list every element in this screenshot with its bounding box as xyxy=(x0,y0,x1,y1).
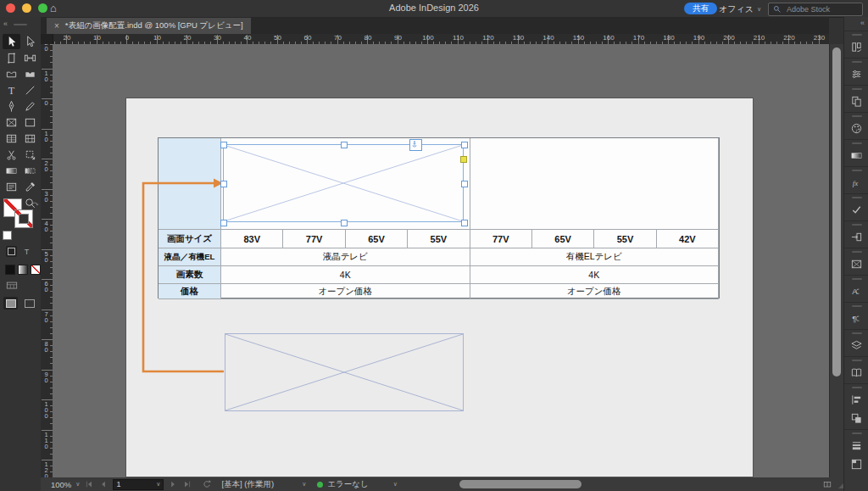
scissors-tool[interactable] xyxy=(3,147,20,162)
drag-grip[interactable] xyxy=(852,197,862,198)
drag-grip[interactable] xyxy=(852,251,862,253)
first-page-button[interactable] xyxy=(84,479,94,489)
last-page-button[interactable] xyxy=(182,479,192,489)
apply-none-button[interactable] xyxy=(31,265,41,275)
anchored-object-badge[interactable] xyxy=(409,139,422,151)
selection-handle[interactable] xyxy=(220,181,227,187)
pencil-tool[interactable] xyxy=(21,98,39,114)
properties-panel-button[interactable] xyxy=(847,64,867,83)
pages-spread-panel-button[interactable] xyxy=(847,363,867,382)
drag-grip[interactable] xyxy=(852,360,862,361)
default-fill-stroke-icon[interactable] xyxy=(3,231,12,240)
horizontal-grid-tool[interactable] xyxy=(3,131,20,146)
drag-grip[interactable] xyxy=(852,88,862,90)
swap-fill-stroke-icon[interactable] xyxy=(31,198,39,213)
horizontal-scroll-thumb[interactable] xyxy=(459,480,581,488)
selection-handle[interactable] xyxy=(220,142,227,148)
page-number-field[interactable]: ∨ xyxy=(113,479,164,490)
gap-tool[interactable] xyxy=(21,50,39,65)
connector-arrow[interactable] xyxy=(53,44,829,477)
zoom-level[interactable]: 100% xyxy=(51,480,71,489)
apply-color-button[interactable] xyxy=(5,265,15,275)
vertical-ruler[interactable]: 2 01 001 02 03 04 05 06 07 08 09 01 0 01… xyxy=(41,44,53,477)
effects-panel-button[interactable]: fx xyxy=(847,173,867,192)
pathfinder-panel-button[interactable] xyxy=(847,409,867,427)
drag-grip[interactable] xyxy=(852,387,862,388)
drag-grip[interactable] xyxy=(852,432,862,434)
gradient-tool[interactable] xyxy=(3,163,20,178)
close-tab-icon[interactable]: × xyxy=(54,21,59,31)
next-page-button[interactable] xyxy=(168,479,178,489)
dock-header[interactable]: « xyxy=(844,17,868,31)
gradient-feather-tool[interactable] xyxy=(21,163,39,178)
preflight-chevron-icon[interactable]: ∨ xyxy=(393,481,398,488)
stroke-panel-panel-button[interactable] xyxy=(847,436,867,455)
page-tool[interactable] xyxy=(3,50,20,65)
pages-panel-button[interactable] xyxy=(847,92,867,110)
share-button[interactable]: 共有 xyxy=(684,3,717,14)
free-transform-tool[interactable] xyxy=(21,147,39,162)
eyedropper-tool[interactable] xyxy=(21,179,39,194)
ruler-origin-box[interactable] xyxy=(41,34,53,44)
selection-handle[interactable] xyxy=(341,220,348,226)
frame-options-panel-button[interactable] xyxy=(847,455,867,473)
preflight-status[interactable]: エラーなし xyxy=(327,479,368,490)
rotate-view-icon[interactable] xyxy=(202,479,212,489)
selection-tool[interactable] xyxy=(3,34,20,49)
previous-page-button[interactable] xyxy=(98,479,108,489)
swatches-panel-button[interactable] xyxy=(847,119,867,137)
layers-panel-button[interactable] xyxy=(847,336,867,354)
drag-grip[interactable] xyxy=(852,34,862,36)
drag-grip[interactable] xyxy=(852,142,862,144)
drag-grip[interactable] xyxy=(852,278,862,280)
formatting-affects-text-button[interactable]: T xyxy=(21,246,32,257)
drag-grip[interactable] xyxy=(852,305,862,307)
type-tool[interactable]: T xyxy=(3,82,20,98)
vertical-scrollbar[interactable] xyxy=(829,44,844,477)
selection-handle[interactable] xyxy=(461,181,468,187)
formatting-affects-container-button[interactable] xyxy=(6,246,17,257)
page-list-chevron-icon[interactable]: ∨ xyxy=(156,481,160,488)
preflight-profile[interactable]: [基本] (作業用) xyxy=(221,479,274,490)
drag-grip[interactable] xyxy=(852,332,862,334)
vertical-grid-tool[interactable] xyxy=(21,131,39,146)
content-placer-tool[interactable] xyxy=(21,66,39,81)
paragraph-styles-panel-button[interactable]: ¶ xyxy=(847,309,867,327)
rectangle-frame-tool[interactable] xyxy=(3,114,20,130)
selection-handle[interactable] xyxy=(220,220,227,226)
drag-grip[interactable] xyxy=(852,224,862,226)
links-panel-button[interactable] xyxy=(847,227,867,246)
workspace-switcher[interactable]: オフィス ∨ xyxy=(719,3,761,15)
screen-mode-normal-button[interactable] xyxy=(3,297,18,310)
screen-mode-preview-button[interactable] xyxy=(22,297,36,310)
drag-grip[interactable] xyxy=(852,61,862,63)
line-tool[interactable] xyxy=(21,82,39,98)
drag-grip[interactable] xyxy=(852,170,862,171)
drag-grip[interactable] xyxy=(852,115,862,117)
pen-tool[interactable] xyxy=(3,98,20,114)
empty-graphic-frame[interactable] xyxy=(225,333,464,411)
selection-handle[interactable] xyxy=(461,142,468,148)
corner-options-handle[interactable] xyxy=(460,156,467,163)
zoom-chevron-icon[interactable]: ∨ xyxy=(75,481,80,488)
selection-handle[interactable] xyxy=(341,142,348,148)
align-panel-button[interactable] xyxy=(847,390,867,409)
pasteboard[interactable]: 画面サイズ83V77V65V55V77V65V55V42V液晶／有機EL液晶テレ… xyxy=(53,44,829,477)
page-number-input[interactable] xyxy=(116,480,145,488)
collapse-icon[interactable]: « xyxy=(3,20,8,28)
preflight-panel-panel-button[interactable] xyxy=(847,200,867,219)
gradient-panel-panel-button[interactable] xyxy=(847,146,867,165)
drag-grip[interactable] xyxy=(14,24,27,25)
image-frame-panel-button[interactable] xyxy=(847,254,867,273)
direct-selection-tool[interactable] xyxy=(21,34,39,49)
cell-view-icon[interactable] xyxy=(6,280,18,295)
vertical-scroll-thumb[interactable] xyxy=(832,47,841,377)
content-collector-tool[interactable] xyxy=(3,66,20,81)
selected-graphic-frame[interactable] xyxy=(223,144,464,222)
rectangle-tool[interactable] xyxy=(21,114,39,130)
selection-handle[interactable] xyxy=(461,220,468,226)
note-tool[interactable] xyxy=(3,179,20,194)
document-tab[interactable]: × *表組の画像配置.indd @ 100% [GPU プレビュー] xyxy=(47,18,251,34)
character-styles-panel-button[interactable]: A xyxy=(847,282,867,300)
stock-search[interactable] xyxy=(768,3,863,16)
